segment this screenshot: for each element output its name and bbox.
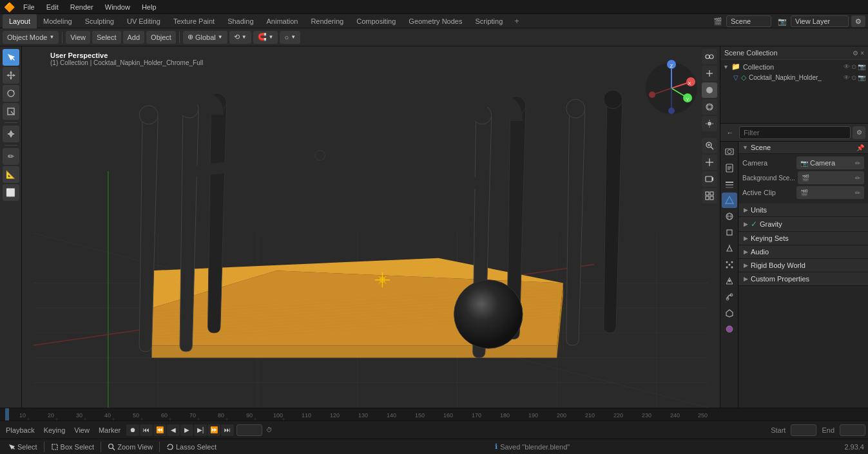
prop-modifier-tab[interactable] xyxy=(722,241,737,256)
shading-solid-btn[interactable] xyxy=(702,82,717,98)
custom-props-header[interactable]: ▶ Custom Properties xyxy=(738,272,868,285)
prev-key-btn[interactable]: ⏪ xyxy=(153,424,166,436)
marker-btn[interactable]: Marker xyxy=(95,425,124,435)
prop-render-tab[interactable] xyxy=(722,144,737,160)
object-menu[interactable]: Object xyxy=(146,31,176,44)
outliner-filter-btn[interactable]: ⚙ xyxy=(853,50,858,57)
tab-sculpting[interactable]: Sculpting xyxy=(79,14,121,28)
transform-pivot[interactable]: ⟲ ▼ xyxy=(229,31,251,44)
tab-uv-editing[interactable]: UV Editing xyxy=(121,14,167,28)
grid-btn[interactable] xyxy=(702,188,717,203)
shading-rendered-btn[interactable] xyxy=(702,116,717,131)
cursor-tool[interactable] xyxy=(3,49,19,66)
snapping-btn[interactable]: 🧲 ▼ xyxy=(253,31,278,44)
menu-window[interactable]: Window xyxy=(100,2,135,12)
prop-particles-tab[interactable] xyxy=(722,257,737,272)
tab-animation[interactable]: Animation xyxy=(260,14,305,28)
prop-constraints-tab[interactable] xyxy=(722,289,737,305)
scene-section-header[interactable]: ▼ Scene 📌 xyxy=(738,142,868,154)
view-layer-selector[interactable]: View Layer xyxy=(791,15,849,27)
pan-btn[interactable] xyxy=(702,155,717,170)
step-fwd-btn[interactable]: ▶| xyxy=(194,424,207,436)
object-mode-dropdown[interactable]: Object Mode ▼ xyxy=(3,31,59,44)
bg-scene-edit[interactable]: ✏ xyxy=(855,175,860,182)
end-frame-input[interactable]: 250 xyxy=(840,424,865,436)
prop-world-tab[interactable] xyxy=(722,209,737,224)
props-back-btn[interactable]: ← xyxy=(723,126,737,140)
measure-tool[interactable]: 📐 xyxy=(3,166,19,183)
gizmo-btn[interactable] xyxy=(702,66,717,81)
eye-icon-collection[interactable]: 👁 xyxy=(844,63,850,70)
collection-item-root[interactable]: ▼ 📁 Collection 👁 ⊙ 📷 xyxy=(720,61,868,72)
view-menu[interactable]: View xyxy=(66,31,90,44)
tab-shading[interactable]: Shading xyxy=(221,14,260,28)
start-frame-input[interactable]: 1 xyxy=(791,424,816,436)
camera-edit-icon[interactable]: ✏ xyxy=(855,160,860,167)
lasso-select-btn[interactable]: Lasso Select xyxy=(162,442,220,452)
move-tool[interactable] xyxy=(3,67,19,84)
camera-btn[interactable] xyxy=(702,171,717,187)
camera-value-btn[interactable]: 📷 Camera ✏ xyxy=(796,156,864,169)
render-icon-obj[interactable]: 📷 xyxy=(858,74,865,81)
active-clip-edit[interactable]: ✏ xyxy=(855,189,860,196)
tab-geometry-nodes[interactable]: Geometry Nodes xyxy=(402,14,468,28)
tab-texture-paint[interactable]: Texture Paint xyxy=(167,14,221,28)
view-layer-filter[interactable]: ⚙ xyxy=(851,15,865,27)
prop-data-tab[interactable] xyxy=(722,305,737,321)
prop-scene-tab[interactable] xyxy=(722,193,737,208)
scene-pin-icon[interactable]: 📌 xyxy=(856,144,864,151)
playback-btn[interactable]: Playback xyxy=(3,425,38,435)
zoom-view-btn[interactable]: Zoom View xyxy=(104,442,157,452)
tab-compositing[interactable]: Compositing xyxy=(350,14,402,28)
scene-selector[interactable]: Scene xyxy=(726,15,771,27)
eye-icon-obj[interactable]: 👁 xyxy=(844,74,850,81)
prop-material-tab[interactable] xyxy=(722,321,737,337)
object-item[interactable]: ▽ ◇ Cocktail_Napkin_Holder_ 👁 ⊙ 📷 xyxy=(720,72,868,83)
props-filter-btn[interactable]: ⚙ xyxy=(853,126,865,139)
gravity-checkbox[interactable]: ✓ xyxy=(751,220,757,229)
rotate-tool[interactable] xyxy=(3,85,19,102)
box-select-btn[interactable]: Box Select xyxy=(47,442,99,452)
keying-btn[interactable]: Keying xyxy=(41,425,69,435)
select-btn[interactable]: Select xyxy=(4,442,41,452)
tab-modeling[interactable]: Modeling xyxy=(37,14,79,28)
gravity-section-header[interactable]: ▶ ✓ Gravity xyxy=(738,217,868,231)
nav-gizmo[interactable]: X Y Z xyxy=(642,59,700,117)
scale-tool[interactable] xyxy=(3,103,19,120)
units-section-header[interactable]: ▶ Units xyxy=(738,203,868,216)
menu-help[interactable]: Help xyxy=(137,2,162,12)
proportional-edit[interactable]: ○ ▼ xyxy=(280,31,300,44)
rigid-body-world-header[interactable]: ▶ Rigid Body World xyxy=(738,259,868,272)
next-key-btn[interactable]: ⏩ xyxy=(207,424,220,436)
props-search-input[interactable] xyxy=(739,126,851,139)
prop-object-tab[interactable] xyxy=(722,225,737,240)
tab-rendering[interactable]: Rendering xyxy=(304,14,350,28)
bg-scene-value-btn[interactable]: 🎬 ✏ xyxy=(798,171,864,184)
cursor-icon-obj[interactable]: ⊙ xyxy=(851,74,856,81)
play-btn[interactable]: ▶ xyxy=(180,424,193,436)
shading-material-btn[interactable] xyxy=(702,99,717,115)
step-back-btn[interactable]: ◀ xyxy=(167,424,180,436)
viewport-area[interactable]: User Perspective (1) Collection | Cockta… xyxy=(22,46,720,408)
outliner-close-btn[interactable]: × xyxy=(860,50,864,57)
select-menu[interactable]: Select xyxy=(92,31,121,44)
menu-render[interactable]: Render xyxy=(65,2,99,12)
active-clip-value-btn[interactable]: 🎬 ✏ xyxy=(796,186,864,199)
audio-section-header[interactable]: ▶ Audio xyxy=(738,245,868,258)
menu-edit[interactable]: Edit xyxy=(41,2,64,12)
annotate-tool[interactable]: ✏ xyxy=(3,148,19,165)
zoom-btn[interactable] xyxy=(702,138,717,153)
viewport-overlay-btn[interactable] xyxy=(702,49,717,64)
tab-layout[interactable]: Layout xyxy=(3,14,37,28)
view-btn[interactable]: View xyxy=(71,425,93,435)
add-menu[interactable]: Add xyxy=(123,31,145,44)
tab-add-button[interactable]: + xyxy=(509,14,525,28)
first-frame-btn[interactable]: ⏮ xyxy=(140,424,153,436)
current-frame-input[interactable]: 1 xyxy=(236,424,262,436)
last-frame-btn[interactable]: ⏭ xyxy=(221,424,234,436)
transform-tool[interactable] xyxy=(3,126,19,142)
prop-physics-tab[interactable] xyxy=(722,273,737,288)
render-icon-collection[interactable]: 📷 xyxy=(858,63,865,70)
prop-output-tab[interactable] xyxy=(722,160,737,176)
cursor-icon-collection[interactable]: ⊙ xyxy=(851,63,856,70)
